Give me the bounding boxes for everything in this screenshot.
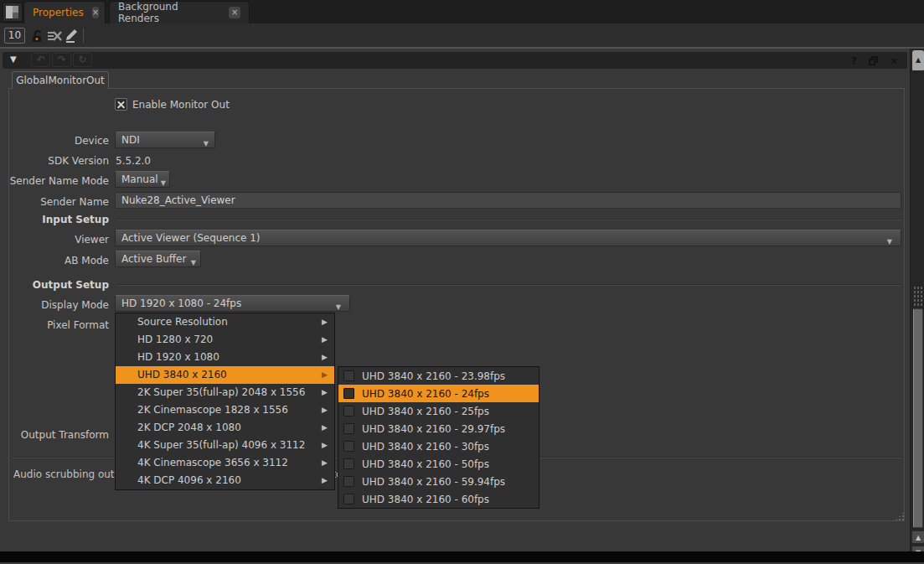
menu-item-2k-dcp[interactable]: 2K DCP 2048 x 1080▶ [116, 419, 334, 437]
submenu-item-5994fps[interactable]: UHD 3840 x 2160 - 59.94fps [338, 473, 539, 490]
ab-mode-value: Active Buffer [121, 253, 186, 265]
undo-icon[interactable]: ↶ [31, 53, 50, 67]
submenu-item-30fps[interactable]: UHD 3840 x 2160 - 30fps [338, 437, 539, 455]
sender-name-mode-dropdown[interactable]: Manual ▼ [115, 171, 170, 188]
submenu-arrow-icon: ▶ [322, 313, 328, 331]
uhd-fps-submenu: UHD 3840 x 2160 - 23.98fps UHD 3840 x 21… [338, 366, 539, 509]
menu-item-2k-super35[interactable]: 2K Super 35(full-ap) 2048 x 1556▶ [116, 384, 334, 401]
help-icon[interactable]: ? [851, 54, 858, 67]
scroll-up-button[interactable]: ▲ [911, 530, 924, 544]
menu-item-4k-cinemascope[interactable]: 4K Cinemascope 3656 x 3112▶ [116, 454, 334, 472]
sender-name-mode-value: Manual [121, 173, 158, 185]
sdk-version-value: 5.5.2.0 [116, 154, 151, 168]
submenu-arrow-icon: ▶ [322, 472, 328, 489]
checkbox-icon [343, 388, 354, 399]
submenu-item-2398fps[interactable]: UHD 3840 x 2160 - 23.98fps [338, 367, 539, 385]
checkbox-icon [343, 423, 354, 434]
submenu-item-50fps[interactable]: UHD 3840 x 2160 - 50fps [338, 455, 539, 473]
enable-monitor-out-label: Enable Monitor Out [132, 98, 230, 111]
viewer-dropdown[interactable]: Active Viewer (Sequence 1) ▼ [115, 230, 901, 246]
checkbox-icon [343, 476, 354, 487]
scrollbar-thumb[interactable] [913, 308, 923, 528]
input-setup-section-label: Input Setup [0, 213, 109, 226]
close-icon[interactable]: × [229, 7, 240, 18]
tab-properties-label: Properties [33, 7, 84, 18]
checkbox-icon [343, 494, 354, 504]
tab-properties[interactable]: Properties × [23, 1, 106, 23]
tab-background-renders[interactable]: Background Renders × [109, 1, 250, 23]
close-panel-icon[interactable]: × [890, 54, 899, 67]
sender-name-label: Sender Name [0, 195, 109, 209]
viewer-label: Viewer [0, 233, 109, 246]
submenu-arrow-icon: ▶ [322, 366, 328, 384]
lock-icon[interactable] [30, 29, 44, 43]
menu-item-source-resolution[interactable]: Source Resolution▶ [116, 313, 334, 331]
pane-tab-bar: Properties × Background Renders × [0, 0, 924, 23]
pixel-format-label: Pixel Format [0, 318, 109, 332]
tab-background-renders-label: Background Renders [118, 1, 220, 24]
collapse-triangle-icon[interactable]: ▼ [10, 54, 17, 64]
redo-icon[interactable]: ↷ [52, 53, 71, 67]
menu-item-hd-1280[interactable]: HD 1280 x 720▶ [116, 331, 334, 349]
checkbox-icon [343, 370, 354, 381]
device-label: Device [0, 134, 109, 147]
output-transform-label: Output Transform [0, 428, 109, 442]
submenu-arrow-icon: ▶ [322, 454, 328, 472]
node-panel-header: ▼ ↶ ↷ ↻ ? × [3, 52, 907, 69]
splitter-grip-icon[interactable] [912, 285, 924, 307]
sdk-version-label: SDK Version [0, 154, 109, 168]
checkbox-icon [343, 406, 354, 417]
device-value: NDI [121, 134, 140, 146]
checkbox-icon [343, 441, 354, 452]
submenu-arrow-icon: ▶ [322, 331, 328, 349]
nuke-properties-window: Properties × Background Renders × 10 [0, 0, 924, 564]
chevron-down-icon: ▼ [887, 235, 892, 250]
submenu-arrow-icon: ▶ [322, 401, 328, 419]
clear-all-panels-icon[interactable] [48, 30, 62, 42]
chevron-down-icon: ▼ [336, 300, 341, 315]
submenu-arrow-icon: ▶ [322, 437, 328, 454]
float-window-icon[interactable] [869, 56, 878, 65]
ab-mode-dropdown[interactable]: Active Buffer ▼ [115, 251, 201, 267]
submenu-item-24fps[interactable]: UHD 3840 x 2160 - 24fps [338, 385, 539, 402]
close-icon[interactable]: × [92, 7, 99, 18]
chevron-down-icon: ▼ [161, 176, 166, 191]
ab-mode-label: AB Mode [0, 254, 109, 267]
display-mode-menu: Source Resolution▶ HD 1280 x 720▶ HD 192… [115, 313, 335, 490]
submenu-item-60fps[interactable]: UHD 3840 x 2160 - 60fps [338, 490, 539, 508]
edit-pencil-icon[interactable] [64, 28, 79, 43]
menu-item-hd-1920[interactable]: HD 1920 x 1080▶ [116, 349, 334, 366]
display-mode-dropdown[interactable]: HD 1920 x 1080 - 24fps ▼ [115, 295, 350, 312]
submenu-arrow-icon: ▶ [322, 384, 328, 401]
output-setup-section-label: Output Setup [0, 278, 109, 292]
sender-name-input[interactable] [115, 192, 901, 209]
revert-icon[interactable]: ↻ [73, 53, 92, 67]
sender-name-mode-label: Sender Name Mode [0, 174, 109, 188]
device-dropdown[interactable]: NDI ▼ [115, 132, 215, 148]
chevron-down-icon: ▼ [204, 137, 209, 152]
chevron-down-icon: ▼ [191, 256, 196, 271]
vertical-scrollbar: ▲ ▲ ▼ [910, 49, 924, 551]
submenu-item-2997fps[interactable]: UHD 3840 x 2160 - 29.97fps [338, 420, 539, 437]
menu-item-4k-super35[interactable]: 4K Super 35(full-ap) 4096 x 3112▶ [116, 437, 334, 454]
menu-item-2k-cinemascope[interactable]: 2K Cinemascope 1828 x 1556▶ [116, 401, 334, 419]
checkbox-icon [343, 458, 354, 469]
scroll-up-button[interactable]: ▲ [912, 50, 924, 70]
max-panels-count[interactable]: 10 [4, 28, 25, 44]
submenu-arrow-icon: ▶ [322, 419, 328, 437]
display-mode-label: Display Mode [0, 298, 109, 312]
pane-menu-icon[interactable] [3, 3, 23, 22]
properties-toolbar: 10 [0, 23, 924, 47]
submenu-arrow-icon: ▶ [322, 349, 328, 366]
submenu-item-25fps[interactable]: UHD 3840 x 2160 - 25fps [338, 402, 539, 420]
bottom-bar [0, 551, 924, 562]
display-mode-value: HD 1920 x 1080 - 24fps [121, 298, 241, 309]
enable-monitor-out-checkbox[interactable] [115, 98, 127, 111]
tab-globalmonitorout[interactable]: GlobalMonitorOut [12, 71, 109, 89]
viewer-value: Active Viewer (Sequence 1) [121, 232, 261, 244]
menu-item-uhd-3840[interactable]: UHD 3840 x 2160▶ [116, 366, 334, 384]
menu-item-4k-dcp[interactable]: 4K DCP 4096 x 2160▶ [116, 472, 334, 489]
